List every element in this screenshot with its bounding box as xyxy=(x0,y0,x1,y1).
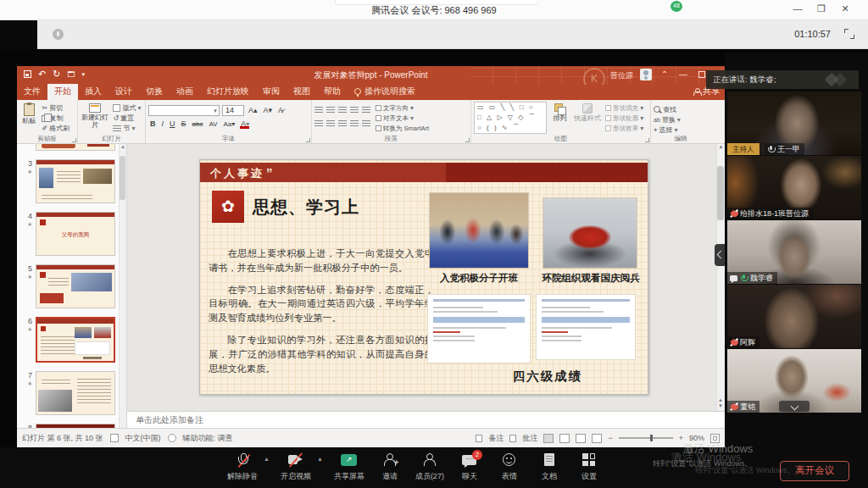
tab-transitions[interactable]: 切换 xyxy=(139,84,170,100)
clear-format-button[interactable]: A̷ xyxy=(276,106,285,114)
copy-button[interactable]: 复制 xyxy=(42,114,70,123)
slide-thumbnail-2[interactable] xyxy=(36,144,115,151)
replace-button[interactable]: ab 替换 ▾ xyxy=(654,115,681,125)
tab-home[interactable]: 开始 xyxy=(47,84,78,100)
slide-sorter-view-button[interactable] xyxy=(559,434,570,443)
bullets-icon[interactable] xyxy=(314,107,323,114)
ribbon-display-icon[interactable]: ⌃ xyxy=(657,69,672,79)
zoom-slider[interactable] xyxy=(619,437,673,439)
smartart-button[interactable]: 转换为 SmartArt xyxy=(376,124,429,133)
numbering-icon[interactable] xyxy=(326,107,335,114)
font-name-select[interactable]: ▼ xyxy=(148,105,220,116)
slideshow-view-button[interactable] xyxy=(592,434,602,443)
collapse-videos-button[interactable] xyxy=(779,401,810,412)
video-tile[interactable]: 魏学睿 xyxy=(727,220,861,284)
maximize-button[interactable]: ❐ xyxy=(812,3,831,14)
normal-view-button[interactable] xyxy=(543,434,554,443)
shapes-gallery[interactable]: ▭ ▭ ╲ ╲ □ ○□ △ ▷ ▽ ◇ ⌒○ ( ) ∿ ⌒ xyxy=(474,102,547,134)
bold-button[interactable]: B xyxy=(148,119,158,128)
align-right-icon[interactable] xyxy=(338,120,347,127)
dialog-launcher-icon[interactable] xyxy=(645,138,649,142)
zoom-level[interactable]: 90% xyxy=(689,434,704,442)
tab-review[interactable]: 审阅 xyxy=(256,84,287,100)
thumbnail-scrollbar[interactable]: ▲ xyxy=(119,144,126,428)
reading-view-button[interactable] xyxy=(576,434,586,443)
invite-button[interactable]: + 邀请 xyxy=(376,452,404,482)
text-direction-button[interactable]: 文字方向 ▾ xyxy=(376,103,429,113)
zoom-in-button[interactable]: + xyxy=(679,434,683,442)
tab-insert[interactable]: 插入 xyxy=(78,84,108,100)
slide-thumbnail-5[interactable] xyxy=(36,264,115,308)
notes-toggle[interactable]: 备注 xyxy=(488,433,504,444)
shrink-font-button[interactable]: A▾ xyxy=(262,106,275,114)
mic-options-caret[interactable]: ▲ xyxy=(264,456,270,462)
slide-thumbnail-7[interactable] xyxy=(36,371,115,415)
align-center-icon[interactable] xyxy=(326,120,335,127)
quick-styles-button[interactable]: 快速样式 xyxy=(573,102,602,122)
tab-file[interactable]: 文件 xyxy=(17,84,47,100)
video-tile-host[interactable]: 主持人 王一甲 xyxy=(727,92,861,155)
columns-icon[interactable] xyxy=(362,120,370,127)
underline-button[interactable]: U xyxy=(168,119,177,128)
tell-me-search[interactable]: 操作说明搜索 xyxy=(348,84,422,100)
zoom-out-button[interactable]: − xyxy=(608,434,612,442)
video-tile[interactable]: 给排水18-1班普位源 xyxy=(727,156,861,219)
unmute-button[interactable]: 解除静音 xyxy=(227,452,258,482)
tab-slideshow[interactable]: 幻灯片放映 xyxy=(200,84,256,100)
account-avatar[interactable] xyxy=(640,69,652,80)
minimize-button[interactable]: — xyxy=(788,3,807,14)
dialog-launcher-icon[interactable] xyxy=(306,138,310,142)
sidebar-collapse-handle[interactable] xyxy=(715,244,725,266)
align-text-button[interactable]: 对齐文本 ▾ xyxy=(376,114,429,123)
shadow-button[interactable]: abc xyxy=(191,120,205,128)
video-tile[interactable]: 董铭 xyxy=(727,349,861,413)
paste-button[interactable]: 粘贴 xyxy=(19,102,38,125)
change-case-button[interactable]: Aa▾ xyxy=(222,120,237,128)
new-slide-button[interactable]: 新建幻灯片 xyxy=(81,102,109,129)
spellcheck-icon[interactable] xyxy=(110,434,119,442)
account-name[interactable]: 普位源 xyxy=(610,70,633,81)
find-button[interactable]: 查找 xyxy=(654,105,681,114)
strikethrough-button[interactable]: S xyxy=(180,119,188,128)
slide-canvas[interactable]: 个人事迹” ✿ 思想、学习上 在思想上要求积极上进，于大一向党提交入党申请书，并… xyxy=(199,159,648,395)
meeting-security-icon[interactable] xyxy=(53,29,64,40)
close-button[interactable]: ✕ xyxy=(836,3,854,14)
chat-button[interactable]: ⋯2 聊天 xyxy=(455,452,484,482)
share-screen-button[interactable]: ↗ 共享屏幕 xyxy=(334,452,364,482)
justify-icon[interactable] xyxy=(350,120,359,127)
docs-button[interactable]: 文档 xyxy=(535,452,564,482)
slide-thumbnail-4[interactable]: 父母的熏陶 xyxy=(36,212,115,256)
shape-fill-button[interactable]: 形状填充 ▾ xyxy=(605,103,643,113)
grow-font-button[interactable]: A▴ xyxy=(247,106,259,114)
slide-scrollbar[interactable]: ▲▲▼ xyxy=(716,144,725,411)
tab-animations[interactable]: 动画 xyxy=(170,84,200,100)
italic-button[interactable]: I xyxy=(160,119,166,128)
section-button[interactable]: 节 ▾ xyxy=(113,124,141,133)
slide-thumbnail-6-current[interactable] xyxy=(36,317,115,363)
notes-pane[interactable]: 单击此处添加备注 xyxy=(127,411,725,428)
slide-editor-area[interactable]: 个人事迹” ✿ 思想、学习上 在思想上要求积极上进，于大一向党提交入党申请书，并… xyxy=(127,144,725,411)
slide-thumbnail-3[interactable] xyxy=(36,159,115,203)
ppt-minimize-button[interactable]: — xyxy=(676,69,691,79)
indent-increase-icon[interactable] xyxy=(350,107,359,114)
indent-decrease-icon[interactable] xyxy=(338,107,347,114)
dialog-launcher-icon[interactable] xyxy=(465,138,470,142)
video-options-caret[interactable]: ▲ xyxy=(317,456,323,462)
layout-button[interactable]: 版式 ▾ xyxy=(113,103,141,113)
language-indicator[interactable]: 中文(中国) xyxy=(125,433,161,444)
settings-button[interactable]: 设置 xyxy=(575,452,604,482)
accessibility-status[interactable]: 辅助功能: 调查 xyxy=(183,433,233,444)
tab-help[interactable]: 帮助 xyxy=(317,84,348,100)
start-video-button[interactable]: 开启视频 xyxy=(281,452,311,482)
leave-meeting-button[interactable]: 离开会议 xyxy=(780,461,849,481)
fullscreen-icon[interactable] xyxy=(844,29,854,39)
line-spacing-icon[interactable] xyxy=(362,107,370,114)
members-button[interactable]: 成员(27) xyxy=(415,452,444,482)
shape-effects-button[interactable]: 形状效果 ▾ xyxy=(605,124,643,133)
dialog-launcher-icon[interactable] xyxy=(72,138,76,142)
char-spacing-button[interactable]: AV xyxy=(207,120,219,128)
shape-outline-button[interactable]: 形状轮廓 ▾ xyxy=(605,114,643,123)
font-size-select[interactable]: 14 xyxy=(222,105,244,116)
format-painter-button[interactable]: ✐ 格式刷 xyxy=(42,124,70,133)
tab-design[interactable]: 设计 xyxy=(108,84,139,100)
